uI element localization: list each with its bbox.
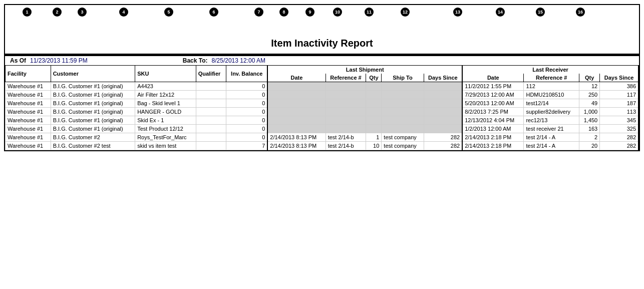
data-cell: B.I.G. Customer #1 (original) [51, 116, 135, 125]
table-row: Warehouse #1B.I.G. Customer #1 (original… [6, 82, 639, 91]
data-cell: B.I.G. Customer #2 test [51, 142, 135, 150]
data-table-wrapper: Facility Customer SKU Qualifier Inv. Bal… [5, 65, 639, 150]
data-cell: 325 [600, 125, 638, 133]
data-cell [196, 133, 226, 142]
data-cell: 2/14/2013 2:18 PM [462, 133, 524, 142]
asof-section: As Of 11/23/2013 11:59 PM [10, 57, 118, 64]
data-cell: rec12/13 [524, 116, 579, 125]
data-cell: 0 [226, 82, 267, 91]
col-last-receiver: Last Receiver [462, 66, 638, 74]
table-row: Warehouse #1B.I.G. Customer #2 testskid … [6, 142, 639, 150]
data-cell: B.I.G. Customer #2 [51, 133, 135, 142]
col-facility: Facility [6, 66, 51, 82]
data-cell: 0 [226, 125, 267, 133]
data-cell [196, 142, 226, 150]
num-10: 10 [333, 8, 342, 17]
table-row: Warehouse #1B.I.G. Customer #2Roys_TestF… [6, 133, 639, 142]
data-cell [366, 82, 382, 91]
data-cell [196, 125, 226, 133]
data-cell: test 2/14 - A [524, 133, 579, 142]
data-cell: 282 [424, 142, 462, 150]
data-cell: 7 [226, 142, 267, 150]
data-cell: 117 [600, 91, 638, 99]
data-cell: Warehouse #1 [6, 116, 51, 125]
data-cell: 12/13/2012 4:04 PM [462, 116, 524, 125]
data-cell [424, 82, 462, 91]
data-cell: test12/14 [524, 99, 579, 108]
data-cell: Warehouse #1 [6, 133, 51, 142]
data-cell: B.I.G. Customer #1 (original) [51, 125, 135, 133]
num-1: 1 [23, 8, 32, 17]
data-cell: 250 [579, 91, 599, 99]
num-2: 2 [53, 8, 62, 17]
data-cell [382, 116, 424, 125]
data-cell: Air Filter 12x12 [135, 91, 196, 99]
data-cell: HANGER - GOLD [135, 108, 196, 116]
data-cell [366, 91, 382, 99]
data-cell [366, 125, 382, 133]
num-15: 15 [536, 8, 545, 17]
table-row: Warehouse #1B.I.G. Customer #1 (original… [6, 91, 639, 99]
num-13: 13 [453, 8, 462, 17]
sub-lr-date: Date [462, 74, 524, 82]
data-cell: 1,000 [579, 108, 599, 116]
data-cell: 386 [600, 82, 638, 91]
data-cell [267, 91, 326, 99]
asof-row: As Of 11/23/2013 11:59 PM Back To: 8/25/… [5, 56, 639, 65]
data-cell [382, 108, 424, 116]
data-cell: B.I.G. Customer #1 (original) [51, 99, 135, 108]
data-cell [382, 82, 424, 91]
data-cell [424, 116, 462, 125]
sub-ls-qty: Qty [366, 74, 382, 82]
data-cell: 10 [366, 142, 382, 150]
data-cell [196, 82, 226, 91]
backto-section: Back To: 8/25/2013 12:00 AM [183, 57, 265, 64]
sub-lr-ref: Reference # [524, 74, 579, 82]
data-cell [424, 125, 462, 133]
data-cell: 163 [579, 125, 599, 133]
data-cell: Roys_TestFor_Marc [135, 133, 196, 142]
data-cell: 12 [579, 82, 599, 91]
data-cell: 113 [600, 108, 638, 116]
data-cell [382, 125, 424, 133]
sub-ls-days: Days Since [424, 74, 462, 82]
data-cell [196, 91, 226, 99]
table-body: Warehouse #1B.I.G. Customer #1 (original… [6, 82, 639, 150]
num-7: 7 [254, 8, 263, 17]
data-cell: skid vs item test [135, 142, 196, 150]
data-cell: 1 [366, 133, 382, 142]
data-cell [196, 108, 226, 116]
data-cell: Bag - Skid level 1 [135, 99, 196, 108]
data-cell [267, 116, 326, 125]
data-cell: Warehouse #1 [6, 99, 51, 108]
data-cell: 282 [424, 133, 462, 142]
data-cell: 187 [600, 99, 638, 108]
sub-ls-date: Date [267, 74, 326, 82]
data-cell: test 2/14-b [326, 142, 366, 150]
data-table: Facility Customer SKU Qualifier Inv. Bal… [5, 65, 639, 150]
data-cell: 0 [226, 116, 267, 125]
data-cell [267, 108, 326, 116]
data-cell: Test Product 12/12 [135, 125, 196, 133]
data-cell: 0 [226, 133, 267, 142]
data-cell: 2 [579, 133, 599, 142]
data-cell [424, 91, 462, 99]
data-cell: 112 [524, 82, 579, 91]
num-5: 5 [164, 8, 173, 17]
col-qualifier: Qualifier [196, 66, 226, 82]
asof-label: As Of [10, 57, 26, 64]
data-cell [326, 99, 366, 108]
data-cell: 282 [600, 142, 638, 150]
header-group-row: Facility Customer SKU Qualifier Inv. Bal… [6, 66, 639, 74]
data-cell [366, 116, 382, 125]
num-12: 12 [401, 8, 410, 17]
data-cell [424, 108, 462, 116]
data-cell: Warehouse #1 [6, 82, 51, 91]
data-cell [326, 125, 366, 133]
num-3: 3 [78, 8, 87, 17]
num-8: 8 [279, 8, 288, 17]
table-row: Warehouse #1B.I.G. Customer #1 (original… [6, 99, 639, 108]
backto-value: 8/25/2013 12:00 AM [212, 57, 265, 64]
annotations-row: 1 2 3 4 5 6 7 8 9 10 11 12 13 14 15 16 [5, 5, 639, 30]
data-cell [326, 82, 366, 91]
